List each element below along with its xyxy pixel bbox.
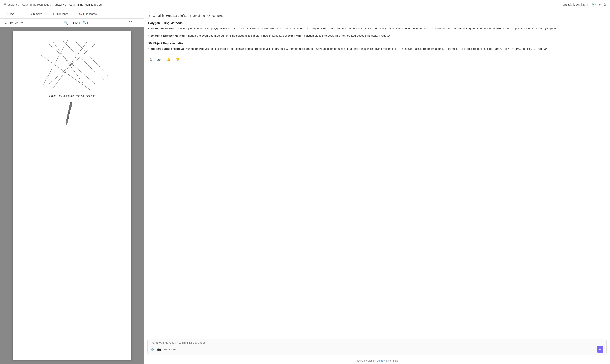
term-hidden: Hidden Surface Removal [151, 47, 185, 50]
top-bar: ⊞ Graphics Programming Techniques / Grap… [0, 0, 610, 9]
winding-desc: : Though the even-odd method for filling… [185, 34, 392, 37]
pdf-panel: 📄 PDF ☰ Summary ✦ Highlights 🔖 Flashcard… [0, 9, 144, 364]
thumbup-button[interactable]: 👍 [165, 57, 172, 63]
svg-rect-14 [68, 110, 70, 112]
svg-rect-9 [70, 102, 72, 103]
term-winding: Winding Number Method [151, 34, 185, 37]
bullet-winding-text: Winding Number Method: Though the even-o… [151, 34, 606, 38]
help-suffix: us for help. [386, 359, 399, 362]
input-toolbar: 🔗 📷 150 Words ⌄ A [150, 346, 603, 353]
page-current: 10 [10, 21, 13, 24]
assistant-intro-text: Certainly! Here's a brief summary of the… [153, 13, 223, 18]
bullet-winding: • Winding Number Method: Though the even… [148, 34, 606, 38]
bullet-dot-3: • [148, 47, 149, 52]
svg-line-6 [40, 55, 91, 91]
scan-line-desc: : A technique used for filling polygons … [175, 27, 557, 30]
breadcrumb: ⊞ Graphics Programming Techniques / Grap… [3, 2, 103, 7]
bullet-hidden-text: Hidden Surface Removal: When drawing 3D … [151, 47, 606, 51]
tab-flashcards-label: Flashcards [83, 12, 97, 15]
chat-input[interactable] [150, 341, 603, 344]
page-sep: / [13, 21, 15, 24]
sparkle-icon: ✦ [148, 14, 151, 18]
svg-rect-13 [69, 109, 71, 110]
svg-rect-18 [67, 117, 69, 119]
audio-button[interactable]: 🔊 [156, 57, 163, 63]
history-icon[interactable]: 🕐 [592, 2, 596, 7]
assistant-intro: ✦ Certainly! Here's a brief summary of t… [148, 13, 606, 18]
tab-summary[interactable]: ☰ Summary [21, 9, 47, 18]
action-bar: ⧉ 🔊 👍 👎 ⌄ [148, 54, 606, 64]
bullet-hidden-surface: • Hidden Surface Removal: When drawing 3… [148, 47, 606, 52]
expand-button[interactable]: ⌄ [184, 57, 189, 62]
svg-rect-15 [68, 112, 70, 114]
svg-rect-21 [66, 123, 67, 125]
zoom-controls: 🔍− 140% 🔍+ [63, 20, 89, 26]
svg-rect-20 [66, 121, 68, 123]
add-icon[interactable]: + [599, 3, 601, 7]
svg-line-7 [42, 40, 68, 86]
svg-rect-11 [69, 105, 72, 107]
assistant-panel: ✦ Certainly! Here's a brief summary of t… [144, 9, 610, 364]
tab-highlights[interactable]: ✦ Highlights [47, 9, 73, 18]
input-area: 🔗 📷 150 Words ⌄ A [144, 336, 610, 358]
svg-rect-10 [70, 103, 72, 105]
link-icon[interactable]: 🔗 [150, 348, 155, 351]
pixelated-line-svg [66, 102, 78, 148]
svg-rect-19 [66, 119, 68, 121]
top-bar-icons: 🕐 + ⚙ [592, 2, 607, 7]
help-prefix: Having problems? [355, 359, 376, 362]
bullet-scan-line-text: Scan Line Method: A technique used for f… [151, 26, 606, 31]
word-count-label: 150 Words [164, 348, 177, 351]
breadcrumb-separator: / [53, 3, 53, 6]
svg-rect-17 [67, 116, 69, 117]
thumbdown-button[interactable]: 👎 [174, 57, 181, 63]
input-box: 🔗 📷 150 Words ⌄ A [148, 338, 607, 355]
word-count-button[interactable]: 150 Words ⌄ [164, 348, 180, 351]
pixelated-line [19, 102, 125, 148]
zoom-in-button[interactable]: 🔍+ [82, 20, 89, 26]
figure-svg [32, 38, 112, 93]
zoom-level: 140% [72, 21, 80, 24]
next-page-button[interactable]: ▼ [20, 21, 25, 25]
tab-pdf-label: PDF [10, 12, 15, 15]
zoom-out-button[interactable]: 🔍− [63, 20, 71, 26]
breadcrumb-folder: Graphics Programming Techniques [8, 3, 51, 6]
section-heading-polygon: Polygon Filling Methods [148, 21, 606, 25]
pdf-toolbar: ▲ 10 / 37 ▼ 🔍− 140% 🔍+ ⛶ ⋯ [0, 19, 144, 27]
copy-button[interactable]: ⧉ [148, 57, 153, 62]
pdf-tabs: 📄 PDF ☰ Summary ✦ Highlights 🔖 Flashcard… [0, 9, 144, 19]
section-heading-3d: 3D Object Representation [148, 42, 606, 45]
term-scan-line: Scan Line Method [151, 27, 176, 30]
breadcrumb-file: Graphics Programming Techniques.pdf [55, 3, 103, 6]
page-info: 10 / 37 [10, 21, 18, 24]
page-total: 37 [15, 21, 18, 24]
bullet-dot: • [148, 27, 149, 31]
settings-icon[interactable]: ⚙ [604, 2, 607, 7]
flashcards-tab-icon: 🔖 [78, 12, 82, 16]
pdf-pagination: ▲ 10 / 37 ▼ [3, 21, 25, 25]
contact-link[interactable]: Contact [377, 359, 385, 362]
pdf-content[interactable]: Figure 11: Lines drawn with anti-aliasin… [0, 27, 144, 364]
bullet-scan-line: • Scan Line Method: A technique used for… [148, 26, 606, 31]
tab-highlights-label: Highlights [56, 12, 68, 15]
svg-rect-16 [67, 114, 69, 116]
word-count-chevron-icon: ⌄ [178, 348, 180, 351]
assistant-title: Scholarly Assistant [563, 3, 588, 6]
summary-tab-icon: ☰ [26, 12, 28, 16]
sidebar-toggle-icon[interactable]: ⊞ [3, 2, 6, 7]
pdf-toolbar-right: ⛶ ⋯ [128, 20, 140, 26]
input-toolbar-left: 🔗 📷 150 Words ⌄ [150, 348, 180, 351]
fullscreen-button[interactable]: ⛶ [128, 20, 133, 26]
prev-page-button[interactable]: ▲ [3, 21, 8, 25]
pdf-page: Figure 11: Lines drawn with anti-aliasin… [13, 31, 131, 360]
tab-flashcards[interactable]: 🔖 Flashcards [73, 9, 102, 18]
figure-caption: Figure 11: Lines drawn with anti-aliasin… [49, 94, 95, 97]
send-button[interactable]: A [597, 346, 603, 353]
more-options-button[interactable]: ⋯ [136, 20, 140, 26]
tab-pdf[interactable]: 📄 PDF [0, 9, 21, 18]
3d-bullet-list: • Hidden Surface Removal: When drawing 3… [148, 47, 606, 52]
tab-summary-label: Summary [30, 12, 42, 15]
top-bar-right: Scholarly Assistant 🕐 + ⚙ [563, 2, 607, 7]
image-icon[interactable]: 📷 [157, 348, 161, 351]
send-icon: A [599, 348, 601, 351]
